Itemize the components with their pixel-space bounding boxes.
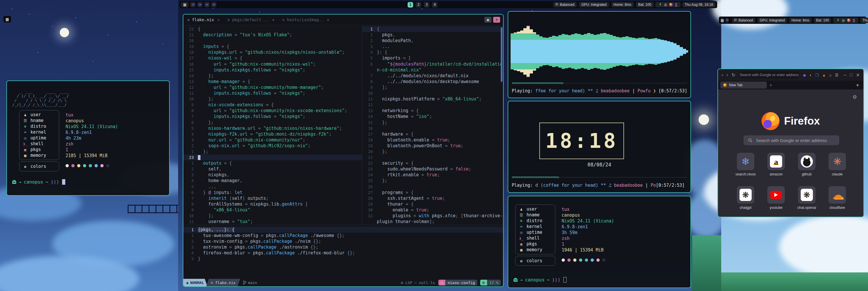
kernel-icon: ⌨ <box>23 130 28 135</box>
tab-pkgs-default[interactable]: ❄ pkgs/default... ✕ <box>223 14 278 25</box>
code-line: 25 }; <box>362 178 503 183</box>
clock-chip[interactable]: Thu Aug 08, 18:39 <box>860 18 868 23</box>
code-line: 1 }; <box>183 149 362 154</box>
prompt-path: ~ <box>45 179 49 185</box>
code-line: 4 home-manager, <box>183 178 362 183</box>
shortcut-search.nixos[interactable]: ❄search.nixos <box>735 153 756 176</box>
shortcut-label: cloudflare <box>829 206 845 210</box>
workspace-3[interactable]: 3 <box>424 2 429 7</box>
user-icon: ♟ <box>23 113 28 117</box>
firefox-window: ‹ › ↻ Search with Google or enter addres… <box>717 68 864 217</box>
tag-icon[interactable]: $W <box>204 2 210 7</box>
shortcut-label: chatgpt <box>740 206 751 210</box>
code-line: 14 hostName = "iso"; <box>362 114 503 119</box>
tab-close-icon[interactable]: ✕ <box>218 18 220 22</box>
url-bar[interactable]: Search with Google or enter address <box>739 71 800 79</box>
terminal-window-right[interactable]: ♟user☰hname❄distro⌨kernel◷uptime❯_shell▣… <box>508 196 691 288</box>
tab-new-tab[interactable]: New Tab <box>720 82 767 89</box>
minimize-button[interactable]: – <box>844 72 846 78</box>
code-line: 6 }; <box>183 120 362 125</box>
shortcut-github[interactable]: github <box>796 153 817 176</box>
code-line: 19 inputs = { <box>183 43 362 49</box>
terminal-window-left[interactable]: _ ___ ____ ____ / |/ (_)_ __/ __ \/ __/ … <box>6 81 170 196</box>
code-line: 2 tux-nvim-config = pkgs.callPackage ./n… <box>183 238 503 244</box>
clock-chip[interactable]: Thu Aug 08, 18:18 <box>682 2 715 7</box>
fastfetch-output: ♟user☰hname❄distro⌨kernel◷uptime❯_shell▣… <box>515 204 685 271</box>
launcher-icon[interactable]: ▦ <box>3 16 11 22</box>
shortcut-label: amazon <box>770 172 782 176</box>
system-tray[interactable]: ↟ ◎ ▯ <box>655 2 681 7</box>
bluetooth-icon: ◎ <box>664 3 667 7</box>
home-icon[interactable]: ⌂ <box>829 73 832 77</box>
tab-list-chevron[interactable]: ▾ <box>857 83 859 88</box>
reload-button[interactable]: ↻ <box>732 72 736 78</box>
workspace-4[interactable]: 4 <box>432 2 437 7</box>
new-tab-button[interactable]: + <box>770 83 772 87</box>
buffer-flake-nix[interactable]: 22{21 description = "tux's NixOS Flake";… <box>183 25 362 226</box>
scrollbar[interactable] <box>501 27 502 82</box>
shield-icon[interactable]: ❒ <box>815 73 819 77</box>
buffer-pkgs-default-nix[interactable]: 1{pkgs, ...}: {1 tux-awesome-wm-config =… <box>183 225 503 279</box>
launcher-icon[interactable]: ▦ <box>181 2 189 7</box>
window-close-button[interactable]: ✕ <box>493 17 500 23</box>
tab-flake-nix[interactable]: ❄ flake.nix ✕ <box>183 14 223 25</box>
prompt-chevrons: ))) <box>552 277 560 283</box>
close-button[interactable]: ✕ <box>856 72 860 78</box>
tag-icon[interactable]: $W <box>725 18 728 23</box>
code-line: 1 outputs = { <box>183 160 362 166</box>
tag-icon[interactable]: $W <box>211 2 216 7</box>
window-toggle-button[interactable]: ◉ <box>485 17 491 23</box>
code-line: 4 firefox-mod-blur = pkgs.callPackage ./… <box>183 250 503 256</box>
statusline-filename: ❄ flake.nix <box>206 279 240 286</box>
shortcut-youtube[interactable]: youtube <box>765 186 787 210</box>
palette-icon: ✿ <box>23 164 28 169</box>
workspace-1[interactable]: 1 <box>408 2 413 7</box>
memory-value: 1946 | 15394 MiB <box>562 247 614 253</box>
shell-prompt[interactable]: → canopus ~ ))) <box>12 179 65 185</box>
shell-prompt[interactable]: → canopus ~ ))) <box>514 277 566 283</box>
now-playing: Playing: ffee for your head) ** ♫ beabad… <box>512 88 687 93</box>
tab-hosts-isoimage[interactable]: ❄ hosts/isoImag.. ✕ <box>278 14 333 25</box>
code-line: 15 inputs.nixpkgs.follows = "nixpkgs"; <box>183 67 362 73</box>
shortcut-claude[interactable]: ✳claude <box>827 153 848 176</box>
terminal-cursor <box>563 277 566 283</box>
buffer-isoimage-nix[interactable]: 1{1 pkgs,2 modulesPath,3 ...4}: {5 impor… <box>362 25 503 226</box>
bitwarden-icon[interactable]: ◆ <box>803 73 806 77</box>
search-input[interactable]: Search with Google or enter address <box>744 135 839 145</box>
code-line: 10 ]; <box>183 213 362 219</box>
maximize-button[interactable]: □ <box>850 72 852 78</box>
shortcut-chatgpt[interactable]: ❋chatgpt <box>735 186 756 210</box>
shortcut-chat.openai[interactable]: ❋chat.openai <box>796 186 817 210</box>
code-line: 31 plugins = with pkgs.xfce; [thunar-arc… <box>362 213 503 219</box>
firefox-icon <box>723 83 727 87</box>
tab-close-icon[interactable]: ✕ <box>272 18 274 22</box>
user-icon: ♟ <box>519 207 524 211</box>
music-visualizer-window[interactable]: =======================> Playing: ffee f… <box>508 11 691 98</box>
status-chip: GPU: Integrated <box>757 18 787 23</box>
prompt-path: ~ <box>547 277 550 283</box>
extension-icon[interactable]: ◗ <box>809 73 812 77</box>
lines-icon: ≣ <box>480 280 487 286</box>
back-button[interactable]: ‹ <box>721 72 723 78</box>
menu-icon[interactable]: ☰ <box>835 73 838 77</box>
clock-window[interactable]: 18:18 08/08/24 =====================> Pl… <box>508 101 691 193</box>
tag-icon[interactable]: $W <box>197 2 203 7</box>
claude-starburst-icon: ✳ <box>833 156 842 167</box>
tag-icon[interactable]: $W <box>190 2 195 7</box>
code-line: 23 sudo.wheelNeedsPassword = false; <box>362 166 503 172</box>
code-line: 1 pkgs, <box>362 32 503 38</box>
code-line: 22{ <box>183 26 362 32</box>
shortcut-cloudflare[interactable]: ☁cloudflare <box>827 186 848 210</box>
hostname-icon: ☰ <box>519 213 524 217</box>
gear-icon[interactable]: ⚙ <box>852 94 857 100</box>
system-tray[interactable]: ↟ ◎ ▯ <box>833 18 858 23</box>
tab-close-icon[interactable]: ✕ <box>327 18 329 22</box>
launcher-icon[interactable]: ▦ <box>721 18 724 23</box>
code-line: 7 ../../modules/nixos/default.nix <box>362 73 503 79</box>
workspace-2[interactable]: 2 <box>416 2 421 7</box>
metamask-fox-icon[interactable]: ▲ <box>822 73 826 77</box>
kernel-icon: ⌨ <box>519 225 524 229</box>
code-line: 1{pkgs, ...}: { <box>183 227 503 233</box>
forward-button[interactable]: › <box>726 72 728 78</box>
shortcut-amazon[interactable]: aamazon <box>765 153 787 176</box>
